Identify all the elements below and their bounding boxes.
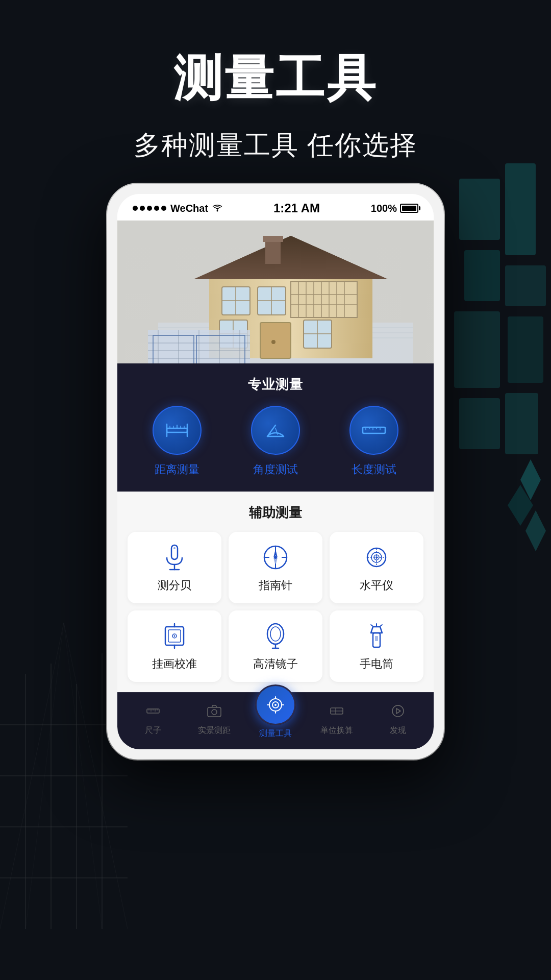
pro-tool-length[interactable]: 长度测试 xyxy=(349,406,398,477)
aux-measurement-section: 辅助测量 测分贝 xyxy=(117,492,434,692)
pro-section-title: 专业测量 xyxy=(128,376,423,394)
status-right: 100% xyxy=(371,203,418,214)
nav-item-unit-convert[interactable]: 单位换算 xyxy=(306,700,367,736)
svg-rect-17 xyxy=(508,316,543,383)
battery-fill xyxy=(402,206,416,211)
phone-frame: WeChat 1:21 AM 100% xyxy=(107,184,444,760)
frame-level-label: 挂画校准 xyxy=(152,656,197,672)
wifi-icon xyxy=(212,204,222,212)
aux-tool-compass[interactable]: 指南针 xyxy=(229,532,322,603)
aux-section-title: 辅助测量 xyxy=(128,504,423,522)
signal-dot-3 xyxy=(147,206,152,211)
measure-tools-nav-label: 测量工具 xyxy=(259,728,292,739)
angle-label: 角度测试 xyxy=(253,462,298,477)
aux-tool-frame-level[interactable]: 挂画校准 xyxy=(128,610,221,682)
angle-icon-circle xyxy=(251,406,300,455)
aux-tool-decibel[interactable]: 测分贝 xyxy=(128,532,221,603)
nav-item-measure-tools[interactable]: 测量工具 xyxy=(245,700,306,739)
svg-rect-55 xyxy=(260,323,291,358)
signal-dot-5 xyxy=(161,206,166,211)
signal-dot-2 xyxy=(140,206,145,211)
svg-point-122 xyxy=(270,627,281,641)
svg-rect-14 xyxy=(464,250,500,301)
svg-rect-34 xyxy=(265,238,281,264)
pro-tool-distance[interactable]: 距离测量 xyxy=(153,406,202,477)
nav-item-discover[interactable]: 发现 xyxy=(367,700,429,736)
flashlight-icon xyxy=(363,623,390,649)
distance-label: 距离测量 xyxy=(155,462,199,477)
decibel-label: 测分贝 xyxy=(158,578,191,593)
compass-label: 指南针 xyxy=(259,578,292,593)
phone-mockup: WeChat 1:21 AM 100% xyxy=(107,184,444,760)
discover-nav-icon xyxy=(387,700,409,722)
phone-screen: WeChat 1:21 AM 100% xyxy=(117,194,434,749)
pro-tool-angle[interactable]: 角度测试 xyxy=(251,406,300,477)
svg-rect-16 xyxy=(454,311,500,388)
battery-percent: 100% xyxy=(371,203,397,214)
svg-point-100 xyxy=(173,547,176,549)
sub-title: 多种测量工具 任你选择 xyxy=(0,128,551,163)
status-left: WeChat xyxy=(133,203,222,214)
flashlight-label: 手电筒 xyxy=(360,656,393,672)
title-section: 测量工具 多种测量工具 任你选择 xyxy=(0,0,551,194)
length-icon xyxy=(361,417,387,444)
svg-rect-18 xyxy=(459,398,500,449)
status-time: 1:21 AM xyxy=(273,201,320,215)
angle-icon xyxy=(262,417,289,444)
svg-marker-149 xyxy=(396,708,400,714)
distance-icon xyxy=(164,417,190,444)
svg-marker-22 xyxy=(525,510,546,551)
signal-dot-1 xyxy=(133,206,138,211)
aux-tool-level[interactable]: 水平仪 xyxy=(330,532,423,603)
ruler-nav-icon xyxy=(142,700,164,722)
bottom-nav: 尺子 实景测距 xyxy=(117,692,434,749)
length-label: 长度测试 xyxy=(352,462,396,477)
svg-rect-35 xyxy=(263,236,283,242)
aux-tool-mirror[interactable]: 高清镜子 xyxy=(229,610,322,682)
svg-point-118 xyxy=(174,635,176,637)
svg-rect-80 xyxy=(167,428,187,432)
pro-tools-row: 距离测量 角度测试 xyxy=(128,406,423,477)
nav-item-ar-measure[interactable]: 实景测距 xyxy=(184,700,245,736)
carrier-label: WeChat xyxy=(170,203,208,214)
svg-rect-15 xyxy=(505,265,546,306)
svg-point-140 xyxy=(274,704,277,706)
signal-dots xyxy=(133,206,166,211)
aux-grid: 测分贝 xyxy=(128,532,423,682)
svg-rect-19 xyxy=(505,393,538,454)
svg-point-148 xyxy=(392,705,404,717)
svg-rect-136 xyxy=(208,707,221,717)
svg-point-137 xyxy=(212,709,217,715)
discover-nav-label: 发现 xyxy=(390,725,406,736)
ruler-nav-label: 尺子 xyxy=(145,725,161,736)
svg-line-127 xyxy=(371,625,373,626)
svg-point-23 xyxy=(217,210,218,212)
bg-building-right xyxy=(449,153,551,561)
status-bar: WeChat 1:21 AM 100% xyxy=(117,194,434,220)
aux-tool-flashlight[interactable]: 手电筒 xyxy=(330,610,423,682)
mirror-label: 高清镜子 xyxy=(253,656,298,672)
decibel-icon xyxy=(161,544,188,571)
svg-point-57 xyxy=(271,340,276,344)
length-icon-circle xyxy=(349,406,398,455)
distance-icon-circle xyxy=(153,406,202,455)
ar-measure-nav-label: 实景测距 xyxy=(198,725,231,736)
house-section xyxy=(117,220,434,363)
mirror-icon xyxy=(262,623,289,649)
svg-rect-129 xyxy=(375,636,378,641)
battery-icon xyxy=(400,204,418,213)
svg-rect-44 xyxy=(291,282,357,317)
level-icon xyxy=(363,544,390,571)
level-label: 水平仪 xyxy=(360,578,393,593)
pro-measurement-section: 专业测量 xyxy=(117,363,434,492)
nav-item-ruler[interactable]: 尺子 xyxy=(122,700,184,736)
main-title: 测量工具 xyxy=(0,46,551,112)
house-illustration xyxy=(117,220,434,363)
svg-line-88 xyxy=(267,425,276,436)
unit-convert-nav-label: 单位换算 xyxy=(320,725,353,736)
svg-line-128 xyxy=(380,625,382,626)
measure-tools-center-btn[interactable] xyxy=(255,684,296,725)
frame-level-icon xyxy=(161,623,188,649)
convert-nav-icon xyxy=(325,700,348,722)
compass-icon xyxy=(262,544,289,571)
